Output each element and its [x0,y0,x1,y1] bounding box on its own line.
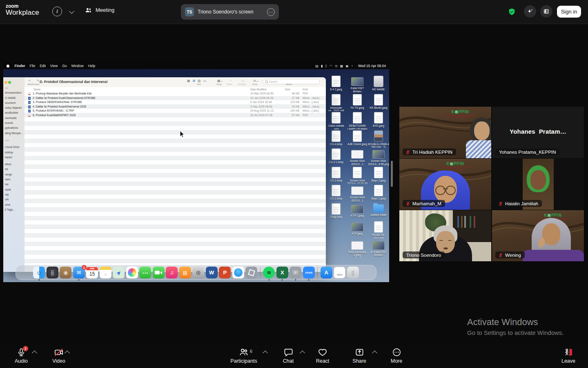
desktop-icon-cg-1-bmp[interactable]: CG-1.bmp [325,184,347,202]
list-view-icon[interactable]: ≣ [193,79,196,83]
video-tile-haiatin[interactable]: Haiatin Jamiilah [492,159,584,210]
bluetooth-icon[interactable]: ᛒ [325,64,327,68]
dock-roblox-icon[interactable] [245,267,257,278]
desktop-icon-eluncuran-na-2022-pdf[interactable]: eluncuran na...2022.pdf [325,93,347,112]
desktop-icon-kk-blonki-jpeg[interactable]: KK Blonki.jpeg [368,93,389,112]
react-button[interactable]: React [312,348,333,364]
sidebar-item-lue[interactable]: lue [3,182,24,187]
column-name[interactable]: Name [33,88,40,91]
column-size[interactable]: Size [285,88,290,91]
wifi-icon[interactable]: ◠ [330,64,332,68]
dock-maps-icon[interactable] [113,267,125,278]
sidebar-item-reen[interactable]: reen [3,177,24,182]
dock-launchpad-icon[interactable] [47,267,58,278]
sidebar-item-anobubble[interactable]: anoBubble [3,110,24,115]
column-date-modified[interactable]: Date Modified [250,88,266,91]
sidebar-item-urple[interactable]: urple [3,187,24,192]
video-tile-wening[interactable]: KPPIN PELATIHAN EDL-GCRP-dig/TEPP Tgl 15… [492,210,584,261]
dock-whatsapp-icon[interactable] [290,267,301,278]
desktop-icon-ktp-1-jpeg[interactable]: KTP 1.jpeg [347,202,368,221]
video-strip-scrollbar[interactable] [391,161,393,187]
menubar-item-finder[interactable]: Finder [12,64,27,68]
chat-options-chevron[interactable] [300,350,305,356]
participants-button[interactable]: Participants [228,348,260,364]
dock-word-icon[interactable] [206,267,218,278]
sidebar-item-range[interactable]: range [3,172,24,177]
desktop-icon-cg-3-1-bmp[interactable]: CG-3 1.bmp [325,148,347,166]
macos-desktop[interactable]: 8-4 2.jpegKabel E8/7 BintaroNO NAMEelunc… [3,69,389,282]
dock-calendar-icon[interactable]: APR15 [86,267,98,278]
audio-options-chevron[interactable] [32,350,37,356]
grid-view-icon[interactable]: ▦ [187,79,190,83]
view-mode-buttons[interactable]: ▦≣▥▭ [187,79,206,83]
dock-photos-icon[interactable] [126,267,138,278]
dock-document-icon[interactable]: DOCX [334,267,345,278]
dock-safari-icon[interactable] [232,267,244,278]
sidebar-item-ionossendoro[interactable]: ionossendoro [3,90,24,95]
desktop-icon-craig-bmp[interactable]: Craig.bmp [325,202,347,221]
finder-window[interactable]: tesionossendoroO NAMEocumentosley Sejara… [3,77,326,272]
video-tile-marhamah[interactable]: KPPIN PELATIHAN EDL-GCRP-dig/TEPP Tgl 15… [399,159,491,210]
file-row[interactable]: 1. Proloog Wawasan Berpikir dan Bertinda… [24,92,326,96]
group-icon[interactable]: ▦⌄ [217,79,223,83]
desktop-icon-kabel-e8-7-bintaro[interactable]: Kabel E8/7 Bintaro [347,75,368,93]
dock-app-store-icon[interactable] [321,267,332,278]
security-shield-icon[interactable] [508,8,516,16]
action-menu-icon[interactable]: ⊖⌄ [253,79,258,83]
dock-spotify-icon[interactable] [263,267,275,278]
gallery-view-icon[interactable]: ▭ [203,79,207,83]
desktop-icon-byd-jpeg[interactable]: BYD.jpeg [368,111,389,130]
sidebar-item-ome[interactable]: ome [3,202,24,207]
finder-sidebar[interactable]: tesionossendoroO NAMEocumentosley Sejara… [3,77,25,272]
desktop-icon-bayu-1-jpeg[interactable]: Bayu 1.jpeg [368,184,389,202]
dock-messages-icon[interactable] [139,267,151,278]
dock-finder-icon[interactable] [33,267,45,278]
share-icon[interactable]: ↑ [230,79,232,83]
shared-screen-pill[interactable]: TS Triono Soendoro's screen … [181,4,279,20]
dock-notes-icon[interactable] [100,267,111,278]
tab-meeting[interactable]: Meeting [85,7,114,13]
audio-button[interactable]: ! Audio [11,348,32,364]
desktop-icon-kebutuhan-lampu-rumah-i8[interactable]: KEBUTUHAN LAMPU RUMAH I8 [347,111,368,130]
dock-facetime-icon[interactable] [153,267,165,278]
sidebar-item-aling-menyal-[interactable]: aling Menyal... [3,131,24,136]
dock-zoom-icon[interactable]: zoom [303,267,315,278]
dock-mail-icon[interactable]: 1 [73,267,85,278]
sidebar-item-ed[interactable]: ed [3,167,24,172]
desktop-icon-no-name[interactable]: NO NAME [368,75,389,93]
desktop-icon-ajb-cinere-jpeg[interactable]: AJB Cinere.jpeg [347,130,368,148]
sidebar-item-ellow[interactable]: ellow [3,162,24,167]
column-view-icon[interactable]: ▥ [198,79,201,83]
dock-trash-icon[interactable] [347,267,359,278]
video-button[interactable]: Video [48,348,69,364]
sidebar-item-osley-sejarah[interactable]: osley Sejarah [3,105,24,110]
dock-system-settings-icon[interactable] [192,267,204,278]
desktop-icon-bayu-2-jpeg[interactable]: Bayu 2.jpeg [368,166,389,184]
dock-powerpoint-icon[interactable] [219,267,231,278]
info-icon[interactable]: i [52,7,62,16]
sidebar-item-ownloads[interactable]: ownloads [3,116,24,121]
keyboard-icon[interactable]: ▦ [340,64,343,68]
sign-in-button[interactable]: Sign in [557,6,581,18]
more-options-icon[interactable]: … [267,8,275,16]
sidebar-item-esktop[interactable]: esktop [3,150,24,155]
participants-options-chevron[interactable] [263,350,268,356]
video-tile-tri-hadiah[interactable]: KPPIN PELATIHAN EDL-GCRP-dig/TEPP Tgl 15… [399,107,491,158]
menubar-item-go[interactable]: Go [60,64,69,68]
edit-tags-icon[interactable]: ◇ [242,79,244,83]
desktop-icon-screen-shot-2023-0-22-02-00[interactable]: Screen Shot 2023-0..22.02.00 [347,166,368,184]
file-row[interactable]: 6. Protokol Kuantitatif/SPIRIT 202523 Ju… [24,113,326,118]
sidebar-item-ork[interactable]: ork [3,197,24,202]
search-icon[interactable]: ⊙ [335,64,338,68]
menubar-item-view[interactable]: View [48,64,60,68]
shared-screen-view[interactable]: FinderFileEditViewGoWindowHelp ▤▮ᛒ◠⊙▦◉◔ … [3,62,389,282]
desktop-icon-rab-summary-3-jpeg[interactable]: RAB-Summary 3.jpeg [347,239,368,257]
file-row[interactable]: 3. Protokol OBSERVASIONAL STROBE8 Jan 20… [24,100,326,105]
menubar-item-edit[interactable]: Edit [38,64,48,68]
sidebar-item-ocument[interactable]: ocument [3,101,24,105]
display-icon[interactable]: ▤ [315,64,318,68]
sidebar-item-ll-tags-[interactable]: ll Tags... [3,207,24,212]
desktop-icon-iklan-ta-2023-pdf[interactable]: IKLAN-TA-2023.pdf [368,220,389,239]
ai-companion-icon[interactable] [524,5,536,18]
file-row[interactable]: 4. Daftar Isi Protokol Kuanti/Intervensi… [24,105,326,109]
